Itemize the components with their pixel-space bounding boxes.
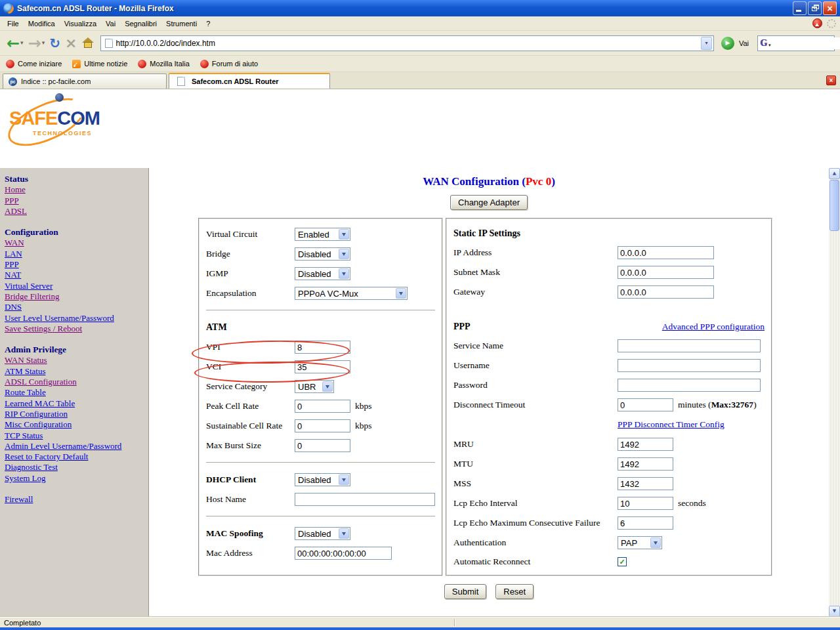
- scroll-up-button[interactable]: ▲: [829, 168, 840, 179]
- mac-address-input[interactable]: [295, 547, 392, 560]
- tab-pc-facile[interactable]: pc Indice :: pc-facile.com: [3, 74, 167, 89]
- vertical-scrollbar[interactable]: ▲ ▼: [829, 168, 840, 617]
- service-name-label: Service Name: [453, 341, 618, 351]
- sidebar-link-ppp-config[interactable]: PPP: [5, 259, 19, 270]
- go-button[interactable]: ▶: [721, 37, 734, 50]
- vci-input[interactable]: [295, 360, 350, 373]
- tab-safecom-router[interactable]: Safecom.cn ADSL Router: [169, 73, 330, 89]
- sidebar-link-admin-level-password[interactable]: Admin Level Username/Password: [5, 441, 121, 452]
- ip-address-input[interactable]: [618, 246, 714, 259]
- minimize-button[interactable]: [793, 1, 807, 15]
- sidebar-link-user-level-password[interactable]: User Level Username/Password: [5, 313, 114, 324]
- sidebar-link-adsl-configuration[interactable]: ADSL Configuration: [5, 377, 77, 387]
- menu-visualizza[interactable]: Visualizza: [60, 18, 101, 30]
- bridge-select[interactable]: Disabled: [295, 247, 350, 261]
- subnet-mask-input[interactable]: [618, 266, 714, 279]
- lcp-echo-max-fail-input[interactable]: [618, 516, 673, 530]
- back-button[interactable]: ← ▾: [5, 35, 25, 51]
- sidebar-link-dns[interactable]: DNS: [5, 302, 22, 312]
- sidebar-link-wan[interactable]: WAN: [5, 238, 24, 248]
- sidebar-link-nat[interactable]: NAT: [5, 270, 21, 280]
- lcp-echo-interval-input[interactable]: [618, 497, 673, 510]
- service-category-select[interactable]: UBR: [295, 380, 334, 393]
- menu-segnalibri[interactable]: Segnalibri: [120, 18, 161, 30]
- close-icon: ×: [830, 77, 833, 84]
- sidebar-link-rip-configuration[interactable]: RIP Configuration: [5, 409, 68, 419]
- disconnect-timeout-input[interactable]: [618, 398, 673, 411]
- sidebar-link-ppp-status[interactable]: PPP: [5, 196, 19, 206]
- sidebar-link-misc-configuration[interactable]: Misc Configuration: [5, 419, 72, 430]
- search-box: G ▾: [757, 35, 835, 51]
- reload-button[interactable]: ↻: [48, 37, 62, 50]
- url-history-dropdown[interactable]: ▾: [701, 37, 712, 50]
- advanced-ppp-configuration-link[interactable]: Advanced PPP configuration: [662, 322, 765, 332]
- bookmark-forum-di-aiuto[interactable]: Forum di aiuto: [200, 60, 258, 68]
- update-notification-icon[interactable]: [812, 18, 822, 28]
- authentication-select[interactable]: PAP: [618, 536, 662, 549]
- sidebar-link-learned-mac-table[interactable]: Learned MAC Table: [5, 398, 75, 409]
- bookmark-come-iniziare[interactable]: Come iniziare: [6, 60, 62, 68]
- tab-bar: pc Indice :: pc-facile.com Safecom.cn AD…: [0, 72, 840, 89]
- host-name-input[interactable]: [295, 493, 435, 506]
- submit-button[interactable]: Submit: [444, 584, 486, 599]
- menu-vai[interactable]: Vai: [101, 18, 120, 30]
- bookmark-ultime-notizie[interactable]: Ultime notizie: [72, 60, 127, 68]
- search-input[interactable]: [772, 37, 840, 49]
- scrollbar-thumb[interactable]: [830, 180, 839, 231]
- sidebar-link-virtual-server[interactable]: Virtual Server: [5, 281, 52, 291]
- bookmark-icon: [138, 60, 146, 68]
- igmp-select[interactable]: Disabled: [295, 267, 350, 280]
- username-input[interactable]: [618, 359, 761, 372]
- sidebar-link-adsl[interactable]: ADSL: [5, 206, 27, 217]
- reload-icon: ↻: [49, 37, 60, 50]
- sidebar-link-bridge-filtering[interactable]: Bridge Filtering: [5, 291, 59, 302]
- encapsulation-select[interactable]: PPPoA VC-Mux: [295, 287, 408, 300]
- dhcp-client-select[interactable]: Disabled: [295, 473, 350, 486]
- close-tab-button[interactable]: ×: [826, 75, 836, 85]
- sidebar-link-home[interactable]: Home: [5, 184, 26, 195]
- google-search-icon[interactable]: G: [760, 38, 767, 49]
- mru-input[interactable]: [618, 438, 673, 451]
- sidebar-link-atm-status[interactable]: ATM Status: [5, 366, 45, 377]
- sidebar-link-tcp-status[interactable]: TCP Status: [5, 430, 43, 441]
- mss-input[interactable]: [618, 477, 673, 490]
- menu-help[interactable]: ?: [201, 18, 215, 30]
- mtu-input[interactable]: [618, 457, 673, 471]
- forward-button[interactable]: → ▾: [27, 35, 47, 51]
- statusbar-separator: [454, 619, 455, 626]
- gateway-input[interactable]: [618, 285, 714, 299]
- sidebar-link-reset-factory-default[interactable]: Reset to Factory Default: [5, 452, 88, 462]
- change-adapter-button[interactable]: Change Adapter: [450, 195, 528, 210]
- sidebar-link-firewall[interactable]: Firewall: [5, 494, 33, 505]
- menu-file[interactable]: File: [3, 18, 24, 30]
- seconds-unit: seconds: [678, 498, 706, 509]
- search-engine-dropdown-icon[interactable]: ▾: [768, 43, 771, 48]
- sidebar-link-diagnostic-test[interactable]: Diagnostic Test: [5, 462, 58, 472]
- close-button[interactable]: ×: [823, 1, 837, 15]
- sidebar-link-route-table[interactable]: Route Table: [5, 387, 46, 398]
- reset-button[interactable]: Reset: [495, 584, 534, 599]
- menu-strumenti[interactable]: Strumenti: [161, 18, 201, 30]
- automatic-reconnect-checkbox[interactable]: ✓: [618, 557, 627, 566]
- vpi-input[interactable]: [295, 341, 350, 354]
- ppp-disconnect-timer-config-link[interactable]: PPP Disconnect Timer Config: [618, 419, 724, 430]
- virtual-circuit-select[interactable]: Enabled: [295, 228, 350, 241]
- service-name-input[interactable]: [618, 339, 761, 352]
- peak-cell-rate-input[interactable]: [295, 400, 350, 413]
- go-button-label[interactable]: Vai: [739, 39, 749, 47]
- mac-spoofing-select[interactable]: Disabled: [295, 527, 350, 540]
- sustainable-cell-rate-input[interactable]: [295, 419, 350, 432]
- url-input[interactable]: [116, 37, 700, 50]
- sidebar-link-wan-status[interactable]: WAN Status: [5, 355, 47, 366]
- max-burst-size-input[interactable]: [295, 439, 350, 452]
- sidebar-link-lan[interactable]: LAN: [5, 249, 22, 259]
- scroll-down-button[interactable]: ▼: [829, 606, 840, 617]
- sidebar-link-system-log[interactable]: System Log: [5, 473, 45, 484]
- home-button[interactable]: [80, 37, 96, 49]
- sidebar-link-save-settings-reboot[interactable]: Save Settings / Reboot: [5, 324, 82, 334]
- stop-button[interactable]: ×: [64, 36, 78, 51]
- menu-modifica[interactable]: Modifica: [24, 18, 60, 30]
- restore-button[interactable]: [808, 1, 822, 15]
- password-input[interactable]: [618, 379, 761, 392]
- bookmark-mozilla-italia[interactable]: Mozilla Italia: [138, 60, 190, 68]
